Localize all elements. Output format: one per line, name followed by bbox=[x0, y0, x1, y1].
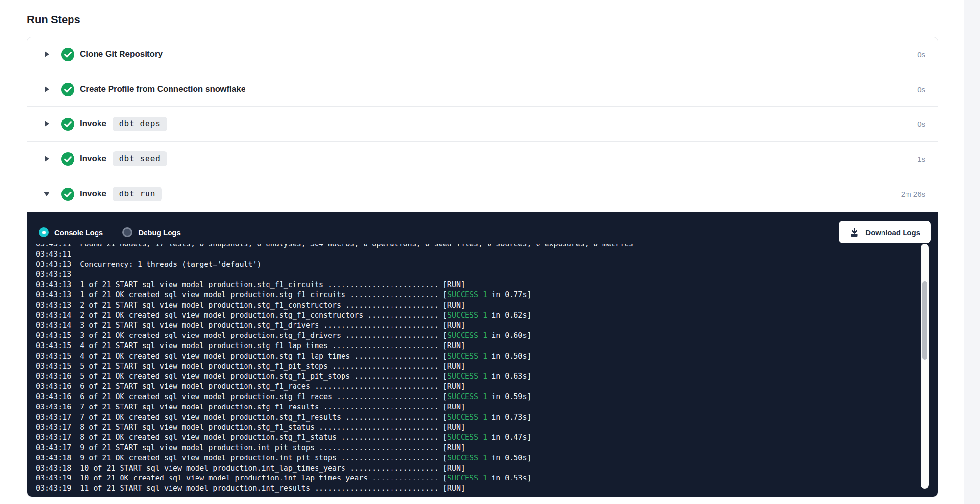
step-command-chip: dbt seed bbox=[113, 151, 167, 166]
log-line: 03:43:18 9 of 21 OK created sql view mod… bbox=[36, 453, 918, 463]
download-icon bbox=[849, 227, 859, 238]
chevron-right-icon[interactable] bbox=[43, 86, 50, 93]
page-title: Run Steps bbox=[27, 12, 80, 27]
radio-console-logs[interactable]: Console Logs bbox=[39, 227, 103, 237]
chevron-down-icon[interactable] bbox=[43, 191, 50, 197]
console-log-output: 03:43:11 Found 21 models, 17 tests, 0 sn… bbox=[36, 244, 918, 496]
log-line: 03:43:19 11 of 21 START sql view model p… bbox=[36, 483, 918, 494]
step-label: Create Profile from Connection snowflake bbox=[80, 84, 245, 94]
log-scrollbar-thumb[interactable] bbox=[922, 281, 927, 360]
log-line: 03:43:17 9 of 21 START sql view model pr… bbox=[36, 443, 918, 453]
log-success-badge: SUCCESS 1 bbox=[447, 474, 487, 482]
log-line: 03:43:16 5 of 21 OK created sql view mod… bbox=[36, 371, 918, 382]
step-command-chip: dbt deps bbox=[113, 117, 167, 131]
log-line: 03:43:16 6 of 21 START sql view model pr… bbox=[36, 382, 918, 392]
log-line: 03:43:18 10 of 21 START sql view model p… bbox=[36, 463, 918, 474]
log-success-badge: SUCCESS 1 bbox=[447, 372, 487, 381]
success-check-icon bbox=[61, 188, 74, 201]
log-line: 03:43:15 4 of 21 START sql view model pr… bbox=[36, 341, 918, 351]
step-label: Invoke bbox=[80, 154, 106, 164]
radio-label: Debug Logs bbox=[138, 228, 181, 237]
log-success-badge: SUCCESS 1 bbox=[447, 433, 487, 442]
log-line: 03:43:17 8 of 21 OK created sql view mod… bbox=[36, 432, 918, 443]
step-label: Clone Git Repository bbox=[80, 49, 163, 59]
step-row[interactable]: Create Profile from Connection snowflake… bbox=[27, 72, 938, 107]
step-row[interactable]: Invokedbt run2m 26s bbox=[27, 176, 938, 212]
log-line: 03:43:13 Concurrency: 1 threads (target=… bbox=[36, 260, 918, 270]
download-logs-label: Download Logs bbox=[865, 228, 920, 237]
step-row[interactable]: Clone Git Repository0s bbox=[27, 37, 938, 72]
radio-selected-icon[interactable] bbox=[39, 227, 49, 237]
log-success-badge: SUCCESS 1 bbox=[447, 311, 487, 320]
log-success-badge: SUCCESS 1 bbox=[447, 352, 487, 360]
run-steps-list: Clone Git Repository0sCreate Profile fro… bbox=[27, 37, 938, 212]
download-logs-button[interactable]: Download Logs bbox=[839, 221, 931, 243]
log-success-badge: SUCCESS 1 bbox=[447, 290, 487, 299]
success-check-icon bbox=[61, 83, 74, 96]
step-command-chip: dbt run bbox=[113, 187, 162, 201]
log-success-badge: SUCCESS 1 bbox=[447, 413, 487, 422]
log-panel-header: Console LogsDebug Logs bbox=[27, 212, 938, 237]
log-line: 03:43:16 7 of 21 START sql view model pr… bbox=[36, 402, 918, 412]
log-line: 03:43:16 6 of 21 OK created sql view mod… bbox=[36, 392, 918, 402]
run-steps-card: Clone Git Repository0sCreate Profile fro… bbox=[27, 37, 938, 497]
log-line: 03:43:14 2 of 21 OK created sql view mod… bbox=[36, 311, 918, 321]
log-success-badge: SUCCESS 1 bbox=[447, 331, 487, 340]
log-line: 03:43:14 3 of 21 START sql view model pr… bbox=[36, 320, 918, 331]
radio-label: Console Logs bbox=[54, 228, 103, 237]
log-line: 03:43:13 1 of 21 START sql view model pr… bbox=[36, 280, 918, 290]
log-type-radio-group: Console LogsDebug Logs bbox=[39, 227, 200, 237]
step-duration: 2m 26s bbox=[901, 190, 925, 198]
radio-debug-logs[interactable]: Debug Logs bbox=[122, 227, 181, 237]
chevron-right-icon[interactable] bbox=[43, 120, 50, 127]
log-line: 03:43:13 2 of 21 START sql view model pr… bbox=[36, 300, 918, 311]
chevron-right-icon[interactable] bbox=[43, 155, 50, 162]
step-row[interactable]: Invokedbt deps0s bbox=[27, 107, 938, 142]
log-line: 03:43:19 10 of 21 OK created sql view mo… bbox=[36, 473, 918, 483]
step-label: Invoke bbox=[80, 189, 106, 199]
log-success-badge: SUCCESS 1 bbox=[447, 392, 487, 401]
log-line: 03:43:15 5 of 21 START sql view model pr… bbox=[36, 361, 918, 372]
step-duration: 1s bbox=[917, 155, 925, 163]
log-line: 03:43:17 8 of 21 START sql view model pr… bbox=[36, 422, 918, 432]
log-line: 03:43:15 4 of 21 OK created sql view mod… bbox=[36, 351, 918, 361]
success-check-icon bbox=[61, 152, 74, 166]
step-duration: 0s bbox=[917, 85, 925, 94]
log-line: 03:43:11 Found 21 models, 17 tests, 0 sn… bbox=[36, 244, 918, 249]
step-row[interactable]: Invokedbt seed1s bbox=[27, 142, 938, 176]
log-scrollbar-track[interactable] bbox=[921, 244, 929, 489]
step-label: Invoke bbox=[80, 119, 106, 129]
log-line: 03:43:13 1 of 21 OK created sql view mod… bbox=[36, 290, 918, 300]
step-duration: 0s bbox=[917, 50, 925, 59]
log-line: 03:43:15 3 of 21 OK created sql view mod… bbox=[36, 331, 918, 341]
success-check-icon bbox=[61, 48, 74, 61]
log-panel: Console LogsDebug Logs Download Logs 03:… bbox=[27, 212, 938, 497]
log-line: 03:43:11 bbox=[36, 249, 918, 260]
radio-unselected-icon[interactable] bbox=[122, 227, 132, 237]
page-scroll-gutter bbox=[964, 0, 980, 504]
log-line: 03:43:13 bbox=[36, 269, 918, 280]
chevron-right-icon[interactable] bbox=[43, 51, 50, 58]
success-check-icon bbox=[61, 118, 74, 131]
step-duration: 0s bbox=[917, 120, 925, 128]
log-line: 03:43:17 7 of 21 OK created sql view mod… bbox=[36, 412, 918, 423]
log-success-badge: SUCCESS 1 bbox=[447, 454, 487, 462]
